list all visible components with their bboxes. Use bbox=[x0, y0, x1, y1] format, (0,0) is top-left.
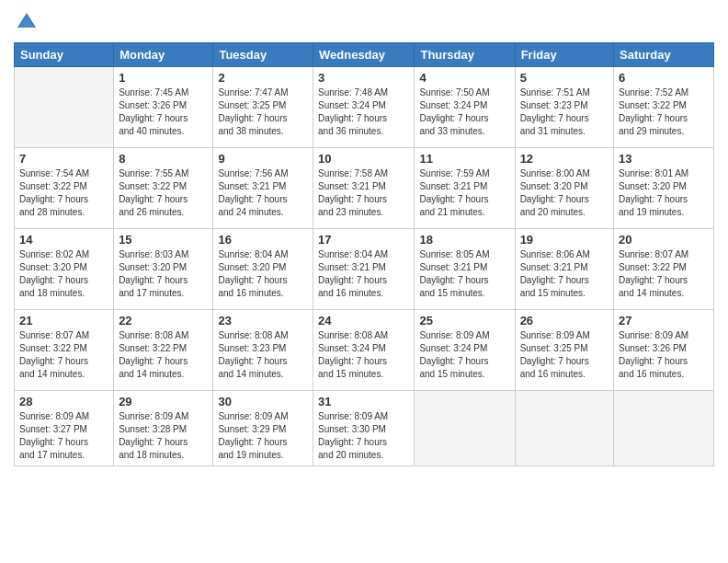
day-info: Sunrise: 7:52 AM Sunset: 3:22 PM Dayligh… bbox=[619, 86, 709, 138]
calendar-cell bbox=[614, 391, 714, 466]
week-row-2: 7Sunrise: 7:54 AM Sunset: 3:22 PM Daylig… bbox=[15, 148, 714, 229]
calendar-cell: 15Sunrise: 8:03 AM Sunset: 3:20 PM Dayli… bbox=[114, 229, 213, 310]
day-number: 11 bbox=[419, 152, 509, 166]
calendar-cell: 5Sunrise: 7:51 AM Sunset: 3:23 PM Daylig… bbox=[515, 67, 613, 148]
calendar-cell: 3Sunrise: 7:48 AM Sunset: 3:24 PM Daylig… bbox=[313, 67, 415, 148]
calendar-cell: 19Sunrise: 8:06 AM Sunset: 3:21 PM Dayli… bbox=[515, 229, 613, 310]
day-number: 30 bbox=[218, 395, 308, 408]
day-number: 12 bbox=[520, 152, 609, 166]
calendar-cell: 10Sunrise: 7:58 AM Sunset: 3:21 PM Dayli… bbox=[313, 148, 415, 229]
day-number: 19 bbox=[520, 233, 609, 247]
day-number: 4 bbox=[419, 71, 509, 85]
day-info: Sunrise: 8:07 AM Sunset: 3:22 PM Dayligh… bbox=[619, 248, 709, 300]
week-row-1: 1Sunrise: 7:45 AM Sunset: 3:26 PM Daylig… bbox=[15, 67, 714, 148]
day-info: Sunrise: 7:48 AM Sunset: 3:24 PM Dayligh… bbox=[318, 86, 409, 138]
page-container: SundayMondayTuesdayWednesdayThursdayFrid… bbox=[0, 0, 728, 563]
calendar-header-saturday: Saturday bbox=[614, 43, 714, 67]
calendar-header-wednesday: Wednesday bbox=[313, 43, 415, 67]
calendar-header-sunday: Sunday bbox=[15, 43, 114, 67]
day-number: 28 bbox=[19, 395, 108, 408]
day-number: 13 bbox=[619, 152, 709, 166]
day-number: 18 bbox=[419, 233, 509, 247]
day-info: Sunrise: 7:45 AM Sunset: 3:26 PM Dayligh… bbox=[119, 86, 208, 138]
week-row-5: 28Sunrise: 8:09 AM Sunset: 3:27 PM Dayli… bbox=[15, 391, 714, 466]
day-number: 26 bbox=[520, 314, 609, 327]
calendar-header-friday: Friday bbox=[515, 43, 613, 67]
calendar-cell: 13Sunrise: 8:01 AM Sunset: 3:20 PM Dayli… bbox=[614, 148, 714, 229]
day-info: Sunrise: 8:04 AM Sunset: 3:20 PM Dayligh… bbox=[218, 248, 308, 300]
day-number: 8 bbox=[119, 152, 208, 166]
day-number: 16 bbox=[218, 233, 308, 247]
week-row-4: 21Sunrise: 8:07 AM Sunset: 3:22 PM Dayli… bbox=[15, 310, 714, 391]
day-info: Sunrise: 8:09 AM Sunset: 3:29 PM Dayligh… bbox=[218, 410, 308, 462]
day-info: Sunrise: 8:00 AM Sunset: 3:20 PM Dayligh… bbox=[520, 167, 609, 219]
calendar-cell: 23Sunrise: 8:08 AM Sunset: 3:23 PM Dayli… bbox=[213, 310, 313, 391]
day-info: Sunrise: 8:04 AM Sunset: 3:21 PM Dayligh… bbox=[318, 248, 409, 300]
calendar-cell: 18Sunrise: 8:05 AM Sunset: 3:21 PM Dayli… bbox=[415, 229, 515, 310]
logo bbox=[14, 9, 43, 35]
day-info: Sunrise: 7:56 AM Sunset: 3:21 PM Dayligh… bbox=[218, 167, 308, 219]
day-info: Sunrise: 8:09 AM Sunset: 3:28 PM Dayligh… bbox=[119, 410, 208, 462]
day-number: 1 bbox=[119, 71, 208, 85]
calendar-cell: 29Sunrise: 8:09 AM Sunset: 3:28 PM Dayli… bbox=[114, 391, 213, 466]
day-number: 9 bbox=[218, 152, 308, 166]
day-number: 5 bbox=[520, 71, 609, 85]
day-number: 14 bbox=[19, 233, 108, 247]
calendar-cell: 4Sunrise: 7:50 AM Sunset: 3:24 PM Daylig… bbox=[415, 67, 515, 148]
day-info: Sunrise: 7:58 AM Sunset: 3:21 PM Dayligh… bbox=[318, 167, 409, 219]
day-number: 3 bbox=[318, 71, 409, 85]
day-number: 20 bbox=[619, 233, 709, 247]
calendar-cell: 25Sunrise: 8:09 AM Sunset: 3:24 PM Dayli… bbox=[415, 310, 515, 391]
day-number: 17 bbox=[318, 233, 409, 247]
calendar-cell: 21Sunrise: 8:07 AM Sunset: 3:22 PM Dayli… bbox=[15, 310, 114, 391]
calendar-cell: 17Sunrise: 8:04 AM Sunset: 3:21 PM Dayli… bbox=[313, 229, 415, 310]
day-number: 23 bbox=[218, 314, 308, 327]
calendar-cell: 27Sunrise: 8:09 AM Sunset: 3:26 PM Dayli… bbox=[614, 310, 714, 391]
day-number: 6 bbox=[619, 71, 709, 85]
calendar-header-row: SundayMondayTuesdayWednesdayThursdayFrid… bbox=[15, 43, 714, 67]
week-row-3: 14Sunrise: 8:02 AM Sunset: 3:20 PM Dayli… bbox=[15, 229, 714, 310]
day-info: Sunrise: 8:08 AM Sunset: 3:23 PM Dayligh… bbox=[218, 329, 308, 381]
calendar-cell bbox=[415, 391, 515, 466]
day-number: 31 bbox=[318, 395, 409, 408]
day-info: Sunrise: 8:05 AM Sunset: 3:21 PM Dayligh… bbox=[419, 248, 509, 300]
calendar-cell: 12Sunrise: 8:00 AM Sunset: 3:20 PM Dayli… bbox=[515, 148, 613, 229]
day-number: 2 bbox=[218, 71, 308, 85]
day-info: Sunrise: 7:47 AM Sunset: 3:25 PM Dayligh… bbox=[218, 86, 308, 138]
calendar-cell: 20Sunrise: 8:07 AM Sunset: 3:22 PM Dayli… bbox=[614, 229, 714, 310]
calendar-header-thursday: Thursday bbox=[415, 43, 515, 67]
calendar-cell: 6Sunrise: 7:52 AM Sunset: 3:22 PM Daylig… bbox=[614, 67, 714, 148]
calendar-header-monday: Monday bbox=[114, 43, 213, 67]
calendar-cell: 7Sunrise: 7:54 AM Sunset: 3:22 PM Daylig… bbox=[15, 148, 114, 229]
day-info: Sunrise: 8:09 AM Sunset: 3:30 PM Dayligh… bbox=[318, 410, 409, 462]
calendar-cell: 22Sunrise: 8:08 AM Sunset: 3:22 PM Dayli… bbox=[114, 310, 213, 391]
day-info: Sunrise: 7:51 AM Sunset: 3:23 PM Dayligh… bbox=[520, 86, 609, 138]
day-info: Sunrise: 7:50 AM Sunset: 3:24 PM Dayligh… bbox=[419, 86, 509, 138]
calendar-cell: 16Sunrise: 8:04 AM Sunset: 3:20 PM Dayli… bbox=[213, 229, 313, 310]
calendar-cell: 14Sunrise: 8:02 AM Sunset: 3:20 PM Dayli… bbox=[15, 229, 114, 310]
calendar-cell bbox=[515, 391, 613, 466]
day-info: Sunrise: 8:03 AM Sunset: 3:20 PM Dayligh… bbox=[119, 248, 208, 300]
calendar: SundayMondayTuesdayWednesdayThursdayFrid… bbox=[14, 42, 714, 466]
calendar-cell: 11Sunrise: 7:59 AM Sunset: 3:21 PM Dayli… bbox=[415, 148, 515, 229]
day-number: 21 bbox=[19, 314, 108, 327]
day-info: Sunrise: 7:54 AM Sunset: 3:22 PM Dayligh… bbox=[19, 167, 108, 219]
day-info: Sunrise: 7:55 AM Sunset: 3:22 PM Dayligh… bbox=[119, 167, 208, 219]
day-info: Sunrise: 8:08 AM Sunset: 3:22 PM Dayligh… bbox=[119, 329, 208, 381]
day-number: 25 bbox=[419, 314, 509, 327]
day-info: Sunrise: 8:09 AM Sunset: 3:25 PM Dayligh… bbox=[520, 329, 609, 381]
calendar-cell: 8Sunrise: 7:55 AM Sunset: 3:22 PM Daylig… bbox=[114, 148, 213, 229]
day-number: 24 bbox=[318, 314, 409, 327]
calendar-cell: 26Sunrise: 8:09 AM Sunset: 3:25 PM Dayli… bbox=[515, 310, 613, 391]
day-number: 27 bbox=[619, 314, 709, 327]
day-info: Sunrise: 8:01 AM Sunset: 3:20 PM Dayligh… bbox=[619, 167, 709, 219]
calendar-header-tuesday: Tuesday bbox=[213, 43, 313, 67]
day-number: 22 bbox=[119, 314, 208, 327]
day-number: 10 bbox=[318, 152, 409, 166]
day-info: Sunrise: 8:06 AM Sunset: 3:21 PM Dayligh… bbox=[520, 248, 609, 300]
calendar-cell: 28Sunrise: 8:09 AM Sunset: 3:27 PM Dayli… bbox=[15, 391, 114, 466]
calendar-cell: 24Sunrise: 8:08 AM Sunset: 3:24 PM Dayli… bbox=[313, 310, 415, 391]
day-info: Sunrise: 8:08 AM Sunset: 3:24 PM Dayligh… bbox=[318, 329, 409, 381]
header bbox=[14, 9, 714, 35]
day-info: Sunrise: 8:07 AM Sunset: 3:22 PM Dayligh… bbox=[19, 329, 108, 381]
